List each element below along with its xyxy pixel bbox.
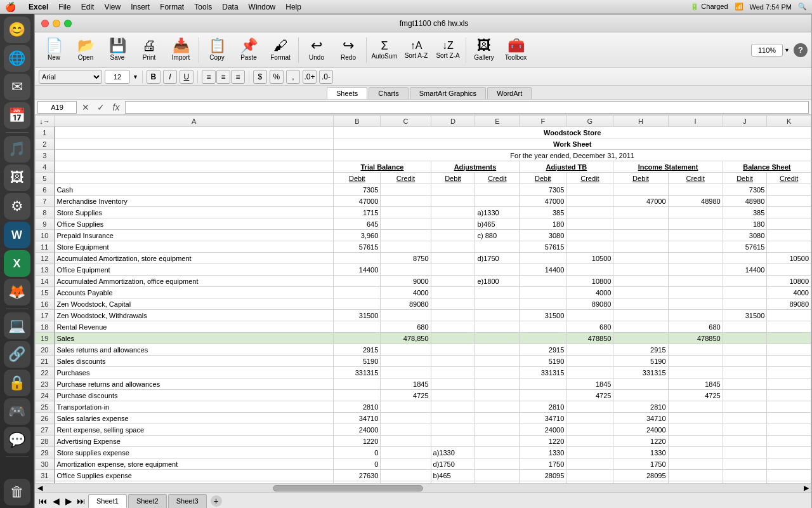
cell-d8[interactable] [431,207,475,218]
cell-b14[interactable] [334,276,381,287]
row-num-12[interactable]: 12 [36,253,55,264]
cell-i22[interactable] [668,367,723,378]
tab-nav-prev[interactable]: ◀ [50,496,62,506]
cell-f21[interactable]: 5190 [520,356,566,367]
cell-k30[interactable] [767,458,811,470]
cell-j6[interactable]: 7305 [723,184,767,196]
help-button[interactable]: ? [794,43,808,57]
dock-safari[interactable]: 🌐 [4,45,30,72]
cell-a5[interactable] [55,173,334,184]
cell-e13[interactable] [475,264,520,276]
cell-a3[interactable] [55,150,334,161]
cell-i11[interactable] [668,241,723,253]
cell-a4[interactable] [55,161,334,173]
cell-j21[interactable] [723,356,767,367]
comma-button[interactable]: , [286,70,300,84]
cell-j22[interactable] [723,367,767,378]
cell-e19[interactable] [475,333,520,344]
tab-nav-last[interactable]: ⏭ [75,496,87,506]
cell-h18[interactable] [613,321,668,333]
cell-a31[interactable]: Office Supplies expense [55,470,334,481]
cell-a9[interactable]: Office Supplies [55,218,334,230]
col-header-f[interactable]: F [520,116,566,127]
cell-g12[interactable]: 10500 [566,253,613,264]
cell-k11[interactable] [767,241,811,253]
dock-finder[interactable]: 😊 [4,17,30,43]
cell-c13[interactable] [381,264,431,276]
cell-h15[interactable] [613,287,668,298]
gallery-button[interactable]: 🖼 Gallery [469,34,499,66]
underline-button[interactable]: U [180,70,193,84]
row-num-24[interactable]: 24 [36,390,55,401]
row-num-19[interactable]: 19 [36,333,55,344]
cell-title-1[interactable]: Woodstock Store [334,127,811,138]
cell-d15[interactable] [431,287,475,298]
cell-j20[interactable] [723,344,767,356]
cell-i6[interactable] [668,184,723,196]
cell-i30[interactable] [668,458,723,470]
cell-a10[interactable]: Prepaid Insurance [55,230,334,241]
scroll-right-button[interactable]: ▶ [801,484,811,492]
increase-decimal-button[interactable]: .0+ [303,70,317,84]
cell-c24[interactable]: 4725 [381,390,431,401]
cell-j7[interactable]: 48980 [723,196,767,207]
row-num-6[interactable]: 6 [36,184,55,196]
redo-button[interactable]: ↪ Redo [333,34,363,66]
dock-network[interactable]: 🔗 [4,341,30,368]
font-size-input[interactable] [105,70,130,84]
cell-i16[interactable] [668,298,723,310]
formula-accept[interactable]: ✓ [95,101,107,114]
cell-i7[interactable]: 48980 [668,196,723,207]
cell-f17[interactable]: 31500 [520,310,566,321]
cell-k28[interactable] [767,436,811,447]
col-header-h[interactable]: H [613,116,668,127]
toolbox-button[interactable]: 🧰 Toolbox [501,34,531,66]
sheet-tab-1[interactable]: Sheet1 [88,494,127,508]
font-select[interactable]: Arial [39,70,102,84]
row-num-15[interactable]: 15 [36,287,55,298]
col-header-k[interactable]: K [767,116,811,127]
cell-f28[interactable]: 1220 [520,436,566,447]
open-button[interactable]: 📂 Open [70,34,101,66]
cell-d11[interactable] [431,241,475,253]
cell-f25[interactable]: 2810 [520,401,566,413]
cell-c30[interactable] [381,458,431,470]
cell-j8[interactable]: 385 [723,207,767,218]
cell-i5[interactable]: Credit [668,173,723,184]
cell-a11[interactable]: Store Equipment [55,241,334,253]
cell-k25[interactable] [767,401,811,413]
cell-k24[interactable] [767,390,811,401]
cell-f14[interactable] [520,276,566,287]
cell-f31[interactable]: 28095 [520,470,566,481]
cell-d12[interactable] [431,253,475,264]
cell-k12[interactable]: 10500 [767,253,811,264]
cell-d27[interactable] [431,424,475,436]
cell-c12[interactable]: 8750 [381,253,431,264]
cell-e26[interactable] [475,413,520,424]
cell-e17[interactable] [475,310,520,321]
print-button[interactable]: 🖨 Print [134,34,164,66]
cell-g11[interactable] [566,241,613,253]
cell-e25[interactable] [475,401,520,413]
cell-e6[interactable] [475,184,520,196]
decrease-decimal-button[interactable]: .0- [319,70,333,84]
cell-i18[interactable]: 680 [668,321,723,333]
cell-k15[interactable]: 4000 [767,287,811,298]
cell-f27[interactable]: 24000 [520,424,566,436]
cell-g18[interactable]: 680 [566,321,613,333]
row-num-25[interactable]: 25 [36,401,55,413]
app-name[interactable]: Excel [29,3,48,11]
row-num-17[interactable]: 17 [36,310,55,321]
cell-j30[interactable] [723,458,767,470]
cell-i8[interactable] [668,207,723,218]
minimize-button[interactable] [53,20,60,27]
cell-b27[interactable]: 24000 [334,424,381,436]
dock-music[interactable]: 🎵 [4,136,30,163]
cell-b16[interactable] [334,298,381,310]
formula-cancel[interactable]: ✕ [79,101,92,114]
currency-button[interactable]: $ [253,70,267,84]
formula-fx[interactable]: fx [110,101,122,114]
cell-e28[interactable] [475,436,520,447]
cell-c16[interactable]: 89080 [381,298,431,310]
add-sheet-button[interactable]: + [211,495,222,507]
